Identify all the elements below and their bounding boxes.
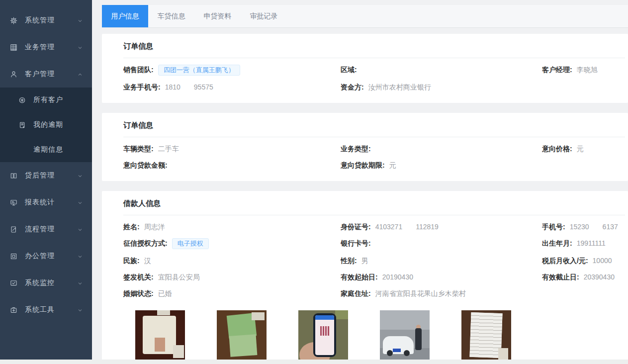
- tab-2[interactable]: 申贷资料: [194, 5, 241, 27]
- field-row: 签发机关:宜阳县公安局有效起始日:20190430有效截止日:20390430: [123, 272, 625, 282]
- field: 资金方:汝州市农村商业银行: [341, 82, 542, 92]
- photo-vehicle-license-thumbnail[interactable]: [217, 310, 267, 361]
- sidebar-item-5[interactable]: 流程管理: [0, 216, 92, 243]
- field-label: 车辆类型:: [123, 145, 154, 153]
- field: 出生年月:19911111: [542, 238, 625, 249]
- horizontal-scrollbar-track[interactable]: [0, 360, 628, 364]
- tab-0[interactable]: 用户信息: [102, 5, 148, 27]
- field: 有效截止日:20390430: [542, 272, 625, 282]
- field: 性别:男: [341, 256, 542, 266]
- redaction-patch: [589, 224, 603, 230]
- app-window: 系统管理业务管理客户管理所有客户我的逾期逾期信息贷后管理报表统计流程管理办公管理…: [0, 0, 628, 364]
- sidebar-item-3[interactable]: 贷后管理: [0, 162, 92, 189]
- field-label: 意向价格:: [542, 145, 572, 153]
- asterisk-circle-icon: [18, 96, 27, 104]
- field-row: 婚姻状态:已婚家庭住址:河南省宜阳县花果山乡木柴村: [123, 288, 625, 298]
- section-title: 借款人信息: [123, 199, 625, 215]
- empty-cell: [542, 160, 625, 170]
- field-value: 宜阳县公安局: [158, 273, 200, 281]
- field-row: 销售团队:四团一营（直属王鹏飞）区域:客户经理:李晓旭: [123, 65, 625, 76]
- section-title: 订单信息: [123, 121, 625, 137]
- field: 销售团队:四团一营（直属王鹏飞）: [123, 65, 341, 76]
- section-card-2: 借款人信息姓名:周志洋身份证号:4103271112819手机号:1523061…: [102, 191, 628, 364]
- field-label: 有效截止日:: [542, 273, 579, 281]
- open-book-icon: [10, 172, 18, 180]
- field-label: 签发机关:: [123, 273, 154, 281]
- sidebar-item-7[interactable]: 系统监控: [0, 270, 92, 296]
- field-value: 10000: [593, 257, 612, 265]
- photo-person-with-car-thumbnail[interactable]: [380, 310, 430, 361]
- grid-icon: [10, 43, 18, 51]
- sidebar-item-label: 系统监控: [25, 278, 77, 287]
- field-label: 资金方:: [341, 83, 364, 91]
- field-label: 姓名:: [123, 223, 140, 231]
- field-label: 税后月收入/元:: [542, 257, 588, 265]
- field: 姓名:周志洋: [123, 222, 341, 232]
- field-row: 民族:汉性别:男税后月收入/元:10000: [123, 256, 625, 266]
- sidebar-subitem-2-2[interactable]: 逾期信息: [0, 137, 92, 162]
- field: 车辆类型:二手车: [123, 144, 341, 154]
- value-tag: 四团一营（直属王鹏飞）: [158, 65, 240, 76]
- tab-3[interactable]: 审批记录: [241, 5, 287, 27]
- field-value: 元: [577, 145, 584, 153]
- photo-vehicle-license[interactable]: 行驶证原件: [217, 310, 267, 364]
- photo-gallery: 身份证行驶证原件授权截图人车照其他材料: [123, 310, 625, 364]
- field-label: 业务类型:: [341, 145, 371, 153]
- field-label: 征信授权方式:: [123, 239, 168, 247]
- detail-cards: 订单信息销售团队:四团一营（直属王鹏飞）区域:客户经理:李晓旭业务手机号:181…: [102, 34, 628, 364]
- field-label: 出生年月:: [542, 239, 572, 247]
- field: 税后月收入/元:10000: [542, 256, 625, 266]
- sidebar-subitem-2-0[interactable]: 所有客户: [0, 88, 92, 112]
- gear-icon: [10, 16, 18, 24]
- section-card-0: 订单信息销售团队:四团一营（直属王鹏飞）区域:客户经理:李晓旭业务手机号:181…: [102, 34, 628, 103]
- chevron-down-icon: [77, 199, 83, 205]
- field: 意向贷款期限:元: [341, 160, 542, 170]
- redaction-patch: [180, 84, 194, 90]
- sidebar-item-label: 办公管理: [25, 252, 77, 261]
- sidebar-item-2[interactable]: 客户管理: [0, 61, 92, 88]
- sidebar-item-label: 客户管理: [25, 70, 77, 79]
- user-icon: [10, 70, 18, 78]
- chevron-down-icon: [77, 280, 83, 286]
- field-row: 意向贷款金额:意向贷款期限:元: [123, 160, 625, 170]
- field: 客户经理:李晓旭: [542, 65, 625, 76]
- tab-1[interactable]: 车贷信息: [148, 5, 194, 27]
- field: 意向价格:元: [542, 144, 625, 154]
- field-label: 客户经理:: [542, 66, 572, 74]
- field: 业务手机号:181095575: [123, 82, 341, 92]
- photo-other-material[interactable]: 其他材料: [461, 310, 511, 364]
- photo-auth-screenshot[interactable]: 授权截图: [298, 310, 348, 364]
- field: 有效起始日:20190430: [341, 272, 542, 282]
- field-value: 周志洋: [144, 223, 165, 231]
- empty-cell: [542, 82, 625, 92]
- sidebar-item-label: 业务管理: [25, 43, 77, 52]
- sidebar-item-0[interactable]: 系统管理: [0, 7, 92, 34]
- chevron-up-icon: [77, 71, 83, 77]
- field: 婚姻状态:已婚: [123, 288, 341, 298]
- field-label: 银行卡号:: [341, 239, 371, 247]
- photo-person-with-car[interactable]: 人车照: [380, 310, 430, 364]
- doc-edit-icon: [10, 225, 18, 233]
- sidebar-item-6[interactable]: 办公管理: [0, 243, 92, 270]
- sidebar-item-4[interactable]: 报表统计: [0, 189, 92, 216]
- monitor-icon: [10, 198, 18, 206]
- photo-id-card-thumbnail[interactable]: [135, 310, 185, 361]
- sidebar-item-8[interactable]: 系统工具: [0, 296, 92, 323]
- photo-other-material-thumbnail[interactable]: [461, 310, 511, 361]
- sidebar: 系统管理业务管理客户管理所有客户我的逾期逾期信息贷后管理报表统计流程管理办公管理…: [0, 0, 92, 364]
- field-value: 152306137: [570, 223, 618, 231]
- sidebar-item-label: 流程管理: [25, 225, 77, 234]
- photo-auth-screenshot-thumbnail[interactable]: [298, 310, 348, 361]
- field-label: 婚姻状态:: [123, 289, 154, 297]
- sidebar-subitem-2-1[interactable]: 我的逾期: [0, 112, 92, 137]
- sidebar-item-1[interactable]: 业务管理: [0, 34, 92, 61]
- field: 意向贷款金额:: [123, 160, 341, 170]
- field-row: 姓名:周志洋身份证号:4103271112819手机号:152306137: [123, 222, 625, 232]
- value-tag: 电子授权: [172, 238, 209, 249]
- square-in-square-icon: [10, 252, 18, 260]
- field-value: 已婚: [158, 289, 172, 297]
- photo-id-card[interactable]: 身份证: [135, 310, 185, 364]
- field-label: 销售团队:: [123, 66, 154, 74]
- field-label: 意向贷款期限:: [341, 161, 385, 169]
- field-value: 汝州市农村商业银行: [368, 83, 431, 91]
